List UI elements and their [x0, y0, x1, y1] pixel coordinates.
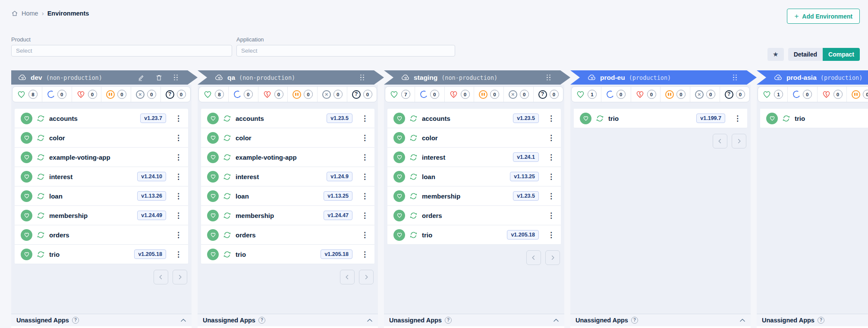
app-row[interactable]: color ⋮	[201, 128, 374, 148]
view-compact-button[interactable]: Compact	[823, 48, 860, 61]
app-row[interactable]: trio v1.205.18 ⋮	[15, 245, 188, 264]
kebab-menu-icon[interactable]: ⋮	[175, 172, 182, 181]
chevron-up-icon[interactable]	[739, 318, 745, 322]
unassigned-apps-footer[interactable]: Unassigned Apps ?	[11, 314, 192, 326]
favorites-filter-button[interactable]: ★	[767, 48, 784, 61]
pagination-next-button[interactable]	[173, 270, 187, 284]
kebab-menu-icon[interactable]: ⋮	[175, 133, 182, 142]
unknown-count: 0	[177, 90, 186, 99]
missing-count: 0	[333, 90, 343, 99]
edit-icon[interactable]	[137, 74, 145, 82]
kebab-menu-icon[interactable]: ⋮	[547, 192, 555, 201]
app-row[interactable]: orders ⋮	[201, 225, 374, 245]
chevron-up-icon[interactable]	[180, 318, 186, 322]
app-row[interactable]: trio v1.205.18 ⋮	[201, 245, 374, 264]
environment-header[interactable]: staging (non-production)	[384, 70, 570, 85]
pagination-prev-button[interactable]	[154, 270, 168, 284]
app-row[interactable]: interest v1.24.9 ⋮	[201, 167, 374, 186]
kebab-menu-icon[interactable]: ⋮	[547, 230, 555, 240]
app-row[interactable]: orders ⋮	[15, 225, 188, 245]
drag-handle-icon[interactable]	[547, 75, 550, 81]
kebab-menu-icon[interactable]: ⋮	[547, 153, 555, 162]
app-row[interactable]: loan v1.13.25 ⋮	[201, 186, 374, 206]
product-select[interactable]: Select	[11, 45, 232, 57]
environment-header[interactable]: prod-asia (production)	[757, 70, 868, 85]
kebab-menu-icon[interactable]: ⋮	[175, 230, 182, 240]
kebab-menu-icon[interactable]: ⋮	[361, 153, 368, 162]
drag-handle-icon[interactable]	[733, 75, 737, 81]
kebab-menu-icon[interactable]: ⋮	[547, 133, 555, 142]
kebab-menu-icon[interactable]: ⋮	[175, 153, 182, 162]
app-name: orders	[236, 231, 256, 239]
environment-header[interactable]: qa (non-production)	[198, 70, 384, 85]
kebab-menu-icon[interactable]: ⋮	[547, 114, 555, 123]
kebab-menu-icon[interactable]: ⋮	[361, 172, 368, 181]
app-row[interactable]: accounts v1.23.5 ⋮	[387, 109, 561, 128]
kebab-menu-icon[interactable]: ⋮	[361, 114, 368, 123]
delete-icon[interactable]	[155, 74, 163, 82]
broken-heart-icon	[263, 90, 272, 99]
progressing-counter: 0	[42, 87, 72, 102]
app-row[interactable]: example-voting-app ⋮	[15, 148, 188, 167]
kebab-menu-icon[interactable]: ⋮	[361, 211, 368, 220]
environment-header-controls	[137, 74, 178, 82]
kebab-menu-icon[interactable]: ⋮	[361, 250, 368, 259]
heart-icon	[210, 174, 216, 180]
unassigned-apps-footer[interactable]: Unassigned Apps ?	[198, 314, 378, 326]
pagination-prev-button[interactable]	[713, 134, 727, 148]
view-detailed-button[interactable]: Detailed	[788, 48, 823, 61]
pagination-next-button[interactable]	[545, 250, 560, 265]
app-row[interactable]: color ⋮	[387, 128, 561, 148]
app-row[interactable]: trio v1.199.7 ⋮	[574, 109, 747, 128]
pagination-prev-button[interactable]	[340, 270, 355, 284]
kebab-menu-icon[interactable]: ⋮	[175, 114, 182, 123]
app-row[interactable]: color ⋮	[15, 128, 188, 148]
app-row[interactable]: accounts v1.23.5 ⋮	[201, 109, 374, 128]
app-row[interactable]: membership v1.23.5 ⋮	[387, 186, 561, 206]
pagination-prev-button[interactable]	[526, 250, 541, 265]
app-version-badge: v1.24.49	[137, 211, 166, 220]
application-select[interactable]: Select	[236, 45, 455, 57]
progressing-count: 0	[244, 90, 253, 99]
suspended-counter: 0	[846, 87, 868, 102]
app-row[interactable]: example-voting-app ⋮	[201, 148, 374, 167]
app-row[interactable]: loan v1.13.26 ⋮	[15, 186, 188, 206]
kebab-menu-icon[interactable]: ⋮	[361, 192, 368, 201]
environment-header[interactable]: dev (non-production)	[11, 70, 198, 85]
app-row[interactable]: loan v1.13.25 ⋮	[387, 167, 561, 186]
unassigned-apps-footer[interactable]: Unassigned Apps ?	[757, 314, 868, 326]
chevron-up-icon[interactable]	[367, 318, 373, 322]
app-row[interactable]: trio ⋮	[760, 109, 868, 128]
home-icon[interactable]	[11, 10, 18, 17]
drag-handle-icon[interactable]	[360, 75, 364, 81]
app-row[interactable]: accounts v1.23.7 ⋮	[15, 109, 188, 128]
kebab-menu-icon[interactable]: ⋮	[175, 192, 182, 201]
app-row[interactable]: trio v1.205.18 ⋮	[387, 225, 561, 245]
pagination	[11, 264, 192, 284]
pagination-next-button[interactable]	[732, 134, 746, 148]
environment-actions	[137, 74, 163, 82]
drag-handle-icon[interactable]	[174, 75, 178, 81]
unassigned-apps-footer[interactable]: Unassigned Apps ?	[570, 314, 751, 326]
kebab-menu-icon[interactable]: ⋮	[734, 114, 741, 123]
breadcrumb-home[interactable]: Home	[22, 10, 38, 17]
heart-icon	[396, 193, 403, 199]
unassigned-apps-footer[interactable]: Unassigned Apps ?	[384, 314, 564, 326]
kebab-menu-icon[interactable]: ⋮	[175, 250, 182, 259]
help-icon: ?	[72, 317, 79, 324]
app-row[interactable]: interest v1.24.10 ⋮	[15, 167, 188, 186]
chevron-up-icon[interactable]	[553, 318, 559, 322]
app-row[interactable]: membership v1.24.49 ⋮	[15, 206, 188, 225]
environment-header[interactable]: prod-eu (production)	[570, 70, 757, 85]
kebab-menu-icon[interactable]: ⋮	[361, 133, 368, 142]
pagination-next-button[interactable]	[359, 270, 374, 284]
kebab-menu-icon[interactable]: ⋮	[361, 230, 368, 240]
add-environment-button[interactable]: + Add Environment	[787, 9, 860, 24]
app-row[interactable]: interest v1.24.1 ⋮	[387, 148, 561, 167]
app-row[interactable]: orders ⋮	[387, 206, 561, 225]
healthy-count: 7	[401, 90, 410, 99]
app-row[interactable]: membership v1.24.47 ⋮	[201, 206, 374, 225]
kebab-menu-icon[interactable]: ⋮	[175, 211, 182, 220]
kebab-menu-icon[interactable]: ⋮	[547, 211, 555, 220]
kebab-menu-icon[interactable]: ⋮	[547, 172, 555, 181]
